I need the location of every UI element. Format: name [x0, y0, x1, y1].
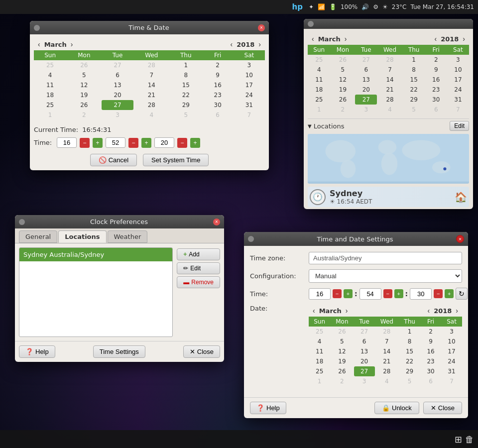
- table-row[interactable]: 27: [102, 100, 133, 110]
- table-row[interactable]: 22: [399, 356, 420, 366]
- settings-hour-field[interactable]: [309, 288, 331, 300]
- table-row[interactable]: 3: [354, 376, 375, 386]
- second-minus-btn[interactable]: −: [177, 138, 187, 148]
- table-row[interactable]: 17: [441, 346, 462, 356]
- table-row[interactable]: 7: [133, 70, 170, 80]
- table-row[interactable]: 25: [34, 60, 66, 70]
- table-row[interactable]: 25: [309, 366, 330, 376]
- table-row[interactable]: 4: [309, 336, 330, 346]
- table-row[interactable]: 6: [355, 65, 377, 75]
- table-row[interactable]: 11: [34, 80, 66, 90]
- table-row[interactable]: 8: [403, 65, 425, 75]
- table-row[interactable]: 1: [34, 110, 66, 120]
- table-row[interactable]: 9: [202, 70, 234, 80]
- time-settings-btn[interactable]: Time Settings: [93, 345, 145, 358]
- tab-locations[interactable]: Locations: [58, 230, 106, 243]
- minute-field[interactable]: [106, 137, 125, 148]
- table-row[interactable]: 5: [403, 105, 425, 114]
- table-row[interactable]: 16: [420, 346, 441, 356]
- table-row[interactable]: 28: [377, 55, 402, 65]
- table-row[interactable]: 27: [355, 55, 377, 65]
- table-row[interactable]: 26: [66, 60, 102, 70]
- settings-cal-prev-month[interactable]: ‹: [311, 306, 317, 316]
- settings-minute-minus[interactable]: −: [383, 289, 392, 298]
- table-row[interactable]: 4: [308, 65, 331, 75]
- table-row[interactable]: 16: [425, 75, 447, 85]
- table-row[interactable]: 2: [202, 60, 234, 70]
- settings-second-field[interactable]: [410, 288, 432, 300]
- table-row[interactable]: 12: [331, 75, 356, 85]
- tab-weather[interactable]: Weather: [108, 230, 148, 243]
- table-row[interactable]: 29: [403, 95, 425, 105]
- table-row[interactable]: 5: [331, 65, 356, 75]
- settings-minute-plus[interactable]: +: [394, 289, 403, 298]
- table-row[interactable]: 27: [355, 95, 377, 105]
- table-row[interactable]: 22: [403, 85, 425, 95]
- close-settings-btn[interactable]: ✕ Close: [423, 402, 462, 414]
- table-row[interactable]: 5: [170, 110, 202, 120]
- table-row[interactable]: 22: [170, 90, 202, 100]
- table-row[interactable]: 8: [170, 70, 202, 80]
- table-row[interactable]: 23: [420, 356, 441, 366]
- table-row[interactable]: 13: [355, 75, 377, 85]
- table-row[interactable]: 18: [34, 90, 66, 100]
- table-row[interactable]: 27: [354, 327, 375, 336]
- table-row[interactable]: 24: [234, 90, 265, 100]
- time-date-close-btn[interactable]: ×: [258, 24, 265, 31]
- table-row[interactable]: 14: [377, 75, 402, 85]
- settings-cal-prev-year[interactable]: ‹: [425, 306, 432, 316]
- table-row[interactable]: 28: [375, 366, 399, 376]
- table-row[interactable]: 1: [308, 105, 331, 114]
- table-row[interactable]: 28: [377, 95, 402, 105]
- settings-minute-field[interactable]: [359, 288, 381, 300]
- table-row[interactable]: 15: [399, 346, 420, 356]
- table-row[interactable]: 4: [133, 110, 170, 120]
- table-row[interactable]: 10: [234, 70, 265, 80]
- table-row[interactable]: 1: [170, 60, 202, 70]
- table-row[interactable]: 29: [399, 366, 420, 376]
- table-row[interactable]: 11: [309, 346, 330, 356]
- table-row[interactable]: 1: [309, 376, 330, 386]
- table-row[interactable]: 2: [66, 110, 102, 120]
- table-row[interactable]: 6: [425, 105, 447, 114]
- settings-hour-minus[interactable]: −: [333, 289, 342, 298]
- table-row[interactable]: 1: [399, 327, 420, 336]
- settings-second-plus[interactable]: +: [445, 289, 454, 298]
- cal-prev-month-btn[interactable]: ‹: [36, 39, 42, 49]
- table-row[interactable]: 14: [133, 80, 170, 90]
- close-clock-pref-btn[interactable]: ✕ Close: [183, 345, 220, 358]
- top-cal-next-year-btn[interactable]: ›: [461, 34, 467, 44]
- settings-hour-plus[interactable]: +: [344, 289, 353, 298]
- table-row[interactable]: 3: [102, 110, 133, 120]
- cal-next-month-btn[interactable]: ›: [69, 39, 75, 49]
- hour-field[interactable]: [57, 137, 77, 148]
- table-row[interactable]: 15: [170, 80, 202, 90]
- table-row[interactable]: 28: [133, 100, 170, 110]
- table-row[interactable]: 10: [441, 336, 462, 346]
- table-row[interactable]: 30: [420, 366, 441, 376]
- timezone-input[interactable]: [309, 252, 462, 264]
- cal-prev-year-btn[interactable]: ‹: [228, 39, 235, 49]
- table-row[interactable]: 4: [377, 105, 402, 114]
- table-row[interactable]: 15: [403, 75, 425, 85]
- table-row[interactable]: 20: [354, 356, 375, 366]
- table-row[interactable]: 5: [66, 70, 102, 80]
- table-row[interactable]: 10: [447, 65, 469, 75]
- table-row[interactable]: 19: [66, 90, 102, 100]
- settings-help-btn[interactable]: ❓ Help: [250, 402, 286, 414]
- table-row[interactable]: 1: [403, 55, 425, 65]
- unlock-btn[interactable]: 🔒 Unlock: [374, 402, 419, 414]
- table-row[interactable]: 26: [330, 327, 354, 336]
- table-row[interactable]: 30: [202, 100, 234, 110]
- table-row[interactable]: 23: [425, 85, 447, 95]
- table-row[interactable]: 5: [399, 376, 420, 386]
- settings-close-btn[interactable]: ×: [456, 235, 464, 243]
- cancel-button[interactable]: 🚫 Cancel: [90, 154, 137, 166]
- clock-pref-close-btn[interactable]: ×: [213, 219, 220, 225]
- cal-next-year-btn[interactable]: ›: [256, 39, 263, 49]
- table-row[interactable]: 29: [170, 100, 202, 110]
- top-cal-prev-month-btn[interactable]: ‹: [310, 34, 316, 44]
- table-row[interactable]: 27: [102, 60, 133, 70]
- top-cal-prev-year-btn[interactable]: ‹: [432, 34, 439, 44]
- table-row[interactable]: 26: [331, 55, 356, 65]
